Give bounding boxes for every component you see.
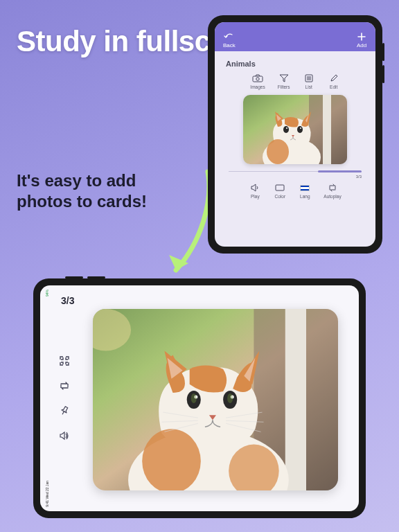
toolbar-bottom: Play Color Lang Autoplay xyxy=(223,183,367,199)
svg-rect-0 xyxy=(253,76,263,82)
svg-point-18 xyxy=(142,429,201,490)
camera-icon xyxy=(251,73,264,83)
deck-title: Animals xyxy=(226,60,364,68)
images-button[interactable]: Images xyxy=(250,73,265,89)
back-label: Back xyxy=(223,42,236,48)
status-time: 9:41 Wed 22 Jan xyxy=(45,481,49,507)
fullscreen-card-image[interactable] xyxy=(93,309,338,490)
sound-button[interactable] xyxy=(58,429,71,442)
svg-point-25 xyxy=(227,393,233,403)
status-bar: 94% 9:41 Wed 22 Jan xyxy=(42,285,52,511)
exit-fullscreen-button[interactable] xyxy=(58,355,71,367)
svg-point-10 xyxy=(286,127,287,129)
card-counter: 3/3 xyxy=(223,175,362,179)
flag-icon xyxy=(299,183,311,193)
svg-point-9 xyxy=(297,126,303,133)
pin-button[interactable] xyxy=(58,405,71,417)
back-arrow-icon xyxy=(224,32,235,42)
svg-rect-5 xyxy=(323,95,331,164)
landscape-screen: 94% 9:41 Wed 22 Jan 3/3 xyxy=(40,285,359,511)
edit-button[interactable]: Edit xyxy=(328,73,340,89)
app-topbar: Back Add xyxy=(215,22,375,51)
fullscreen-counter: 3/3 xyxy=(61,295,74,306)
plus-icon xyxy=(356,32,367,42)
list-icon xyxy=(303,73,315,83)
ipad-portrait-frame: Back Add Animals Images Filters xyxy=(208,15,382,254)
progress-bar[interactable] xyxy=(229,171,362,172)
card-icon xyxy=(274,183,286,193)
loop-icon xyxy=(326,183,339,193)
list-button[interactable]: List xyxy=(303,73,315,89)
autoplay-button[interactable]: Autoplay xyxy=(323,183,341,199)
svg-point-1 xyxy=(256,78,259,80)
funnel-icon xyxy=(278,73,290,83)
subheadline-text: It's easy to add photos to cards! xyxy=(17,170,176,212)
back-button[interactable]: Back xyxy=(223,32,236,48)
svg-point-8 xyxy=(283,126,289,133)
color-button[interactable]: Color xyxy=(274,183,286,199)
svg-point-24 xyxy=(191,393,197,403)
toolbar-top: Images Filters List Edit xyxy=(223,73,367,89)
add-label: Add xyxy=(357,42,366,48)
battery-signal: 94% xyxy=(45,290,49,296)
play-button[interactable]: Play xyxy=(249,183,261,199)
portrait-screen: Back Add Animals Images Filters xyxy=(215,22,375,247)
lang-button[interactable]: Lang xyxy=(299,183,311,199)
svg-rect-15 xyxy=(285,309,306,490)
pencil-icon xyxy=(328,73,340,83)
loop-button[interactable] xyxy=(58,380,71,392)
flashcard-image[interactable] xyxy=(243,95,347,164)
speaker-icon xyxy=(249,183,261,193)
svg-point-7 xyxy=(267,139,289,164)
filters-button[interactable]: Filters xyxy=(278,73,290,89)
fullscreen-controls xyxy=(58,355,71,442)
svg-point-11 xyxy=(300,127,301,129)
add-button[interactable]: Add xyxy=(356,32,367,48)
svg-rect-12 xyxy=(276,185,284,190)
ipad-landscape-frame: 94% 9:41 Wed 22 Jan 3/3 xyxy=(33,278,366,518)
